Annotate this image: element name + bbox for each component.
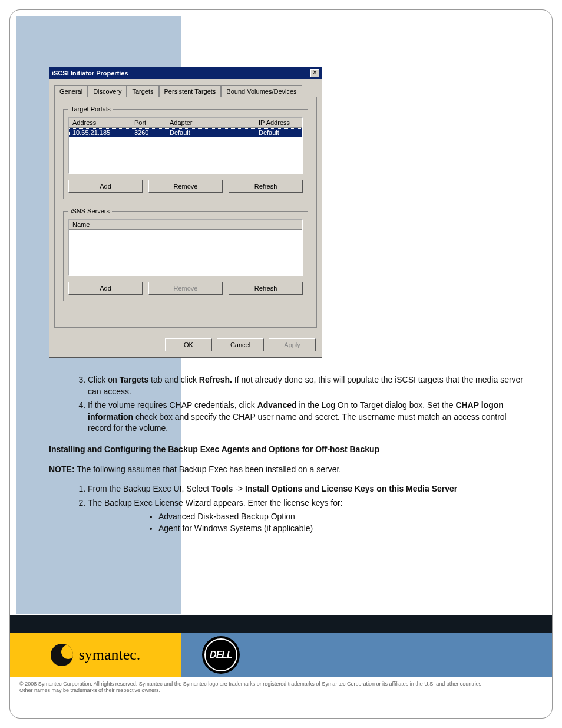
heading-install-configure: Installing and Configuring the Backup Ex… [49,444,526,456]
brand-bar: symantec. DELL [10,633,552,677]
dialog-footer-buttons: OK Cancel Apply [49,332,322,357]
dialog-title: iSCSI Initiator Properties [52,70,128,77]
dialog-titlebar: iSCSI Initiator Properties × [49,67,322,79]
cell-port: 3260 [131,128,166,137]
steps-list-1: Click on Targets tab and click Refresh. … [49,374,526,434]
isns-add-button[interactable]: Add [68,282,143,295]
tab-general[interactable]: General [54,85,88,97]
page-frame: iSCSI Initiator Properties × General Dis… [9,9,553,719]
note-paragraph: NOTE: The following assumes that Backup … [49,464,526,476]
step-b2: The Backup Exec License Wizard appears. … [88,498,526,535]
step-3: Click on Targets tab and click Refresh. … [88,374,526,397]
target-portals-header: Address Port Adapter IP Address [69,118,302,128]
cell-ip: Default [255,128,302,137]
table-row[interactable]: 10.65.21.185 3260 Default Default [69,128,302,137]
cell-address: 10.65.21.185 [69,128,131,137]
col-name[interactable]: Name [69,220,302,229]
apply-button: Apply [269,338,316,351]
legal-line-2: Other names may be trademarks of their r… [19,687,543,694]
isns-group: iSNS Servers Name Add Remove Refresh [63,207,308,301]
tab-discovery[interactable]: Discovery [88,85,127,97]
tp-remove-button[interactable]: Remove [148,180,223,193]
legal-footer: © 2008 Symantec Corporation. All rights … [19,681,543,694]
tab-strip: General Discovery Targets Persistent Tar… [54,85,317,97]
close-icon[interactable]: × [310,69,319,77]
bullet-1: Advanced Disk-based Backup Option [158,511,526,523]
footer-dark-bar [10,615,552,633]
ok-button[interactable]: OK [165,338,212,351]
tab-targets[interactable]: Targets [127,85,158,97]
isns-list[interactable]: Name [68,219,303,276]
isns-header: Name [69,220,302,230]
step-4: If the volume requires CHAP credentials,… [88,400,526,434]
dell-logo-icon: DELL [204,638,237,671]
isns-buttons: Add Remove Refresh [68,282,303,295]
tab-bound-volumes[interactable]: Bound Volumes/Devices [221,85,302,97]
symantec-logo-icon [51,644,73,666]
isns-remove-button: Remove [148,282,223,295]
dell-brand: DELL [181,633,552,677]
symantec-brand: symantec. [10,633,181,677]
iscsi-dialog: iSCSI Initiator Properties × General Dis… [49,67,322,358]
target-portals-legend: Target Portals [68,106,113,113]
tp-add-button[interactable]: Add [68,180,143,193]
target-portals-buttons: Add Remove Refresh [68,180,303,193]
col-adapter[interactable]: Adapter [166,118,255,127]
col-ip[interactable]: IP Address [255,118,302,127]
isns-legend: iSNS Servers [68,207,112,215]
dialog-panel: Target Portals Address Port Adapter IP A… [54,97,317,328]
bullet-2: Agent for Windows Systems (if applicable… [158,523,526,535]
symantec-wordmark: symantec. [79,646,141,664]
license-bullets: Advanced Disk-based Backup Option Agent … [88,511,526,534]
isns-refresh-button[interactable]: Refresh [229,282,303,295]
cell-adapter: Default [166,128,255,137]
document-body: Click on Targets tab and click Refresh. … [49,374,526,535]
target-portals-group: Target Portals Address Port Adapter IP A… [63,106,308,199]
cancel-button[interactable]: Cancel [217,338,264,351]
tp-refresh-button[interactable]: Refresh [229,180,303,193]
tab-persistent-targets[interactable]: Persistent Targets [159,85,222,97]
col-port[interactable]: Port [131,118,166,127]
steps-list-2: From the Backup Exec UI, Select Tools ->… [49,483,526,534]
col-address[interactable]: Address [69,118,131,127]
content-area: iSCSI Initiator Properties × General Dis… [49,67,532,543]
step-b1: From the Backup Exec UI, Select Tools ->… [88,483,526,495]
legal-line-1: © 2008 Symantec Corporation. All rights … [19,681,543,687]
target-portals-list[interactable]: Address Port Adapter IP Address 10.65.21… [68,117,303,174]
